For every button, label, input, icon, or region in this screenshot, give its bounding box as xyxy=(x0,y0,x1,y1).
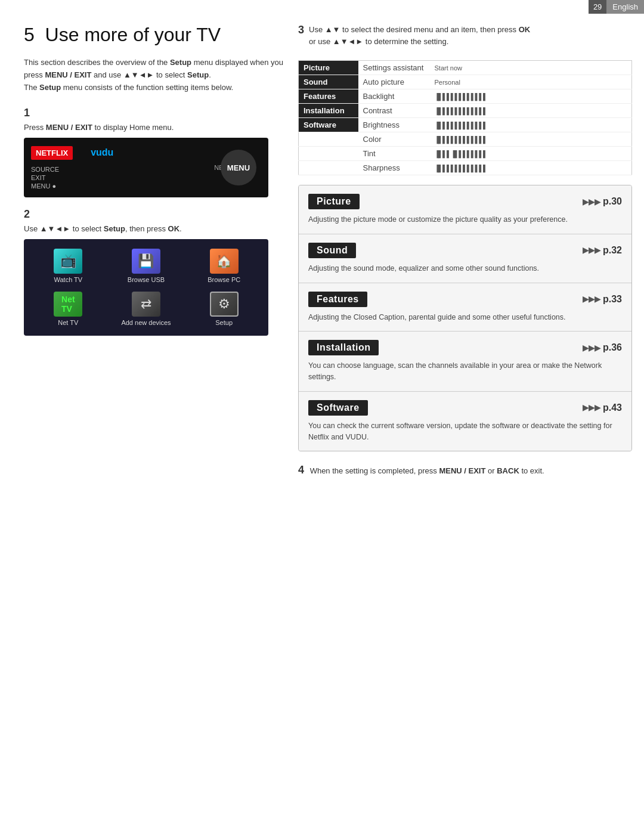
bar-brightness: ▐▌▌▌▌▌▌▌▌▌▌▌▌ xyxy=(430,118,632,132)
add-devices-label: Add new devices xyxy=(121,319,171,326)
setup-item-adddev: ⇄ Add new devices xyxy=(112,292,181,326)
cat-empty-2 xyxy=(299,147,358,161)
language-label: English xyxy=(606,0,644,14)
card-badge-installation: Installation xyxy=(308,340,379,355)
table-row: Sound Auto picture Personal xyxy=(299,75,632,89)
card-desc-features: Adjusting the Closed Caption, parental g… xyxy=(308,312,622,323)
intro-paragraph: This section describes the overview of t… xyxy=(24,57,286,94)
step-2-text: Use ▲▼◄► to select Setup, then press OK. xyxy=(24,224,286,233)
card-desc-software: You can check the current software versi… xyxy=(308,420,622,443)
cat-empty-3 xyxy=(299,161,358,175)
step-4-number: 4 xyxy=(298,464,304,476)
card-desc-installation: You can choose language, scan the channe… xyxy=(308,360,622,383)
add-devices-icon: ⇄ xyxy=(132,292,160,317)
info-card-sound: Sound ▶▶▶ p.32 Adjusting the sound mode,… xyxy=(299,234,631,283)
card-header-features: Features ▶▶▶ p.33 xyxy=(308,292,622,307)
vudu-logo: vudu xyxy=(91,147,113,158)
page-num-features: p.33 xyxy=(603,294,622,305)
source-label: SOURCE xyxy=(31,166,59,173)
page-num-installation: p.36 xyxy=(603,342,622,353)
table-row: Features Backlight ▐▌▌▌▌▌▌▌▌▌▌▌▌ xyxy=(299,89,632,104)
info-card-features: Features ▶▶▶ p.33 Adjusting the Closed C… xyxy=(299,283,631,332)
card-page-sound: ▶▶▶ p.32 xyxy=(583,245,622,256)
card-header-picture: Picture ▶▶▶ p.30 xyxy=(308,194,622,209)
watch-tv-label: Watch TV xyxy=(54,276,82,283)
value-start-now: Start now xyxy=(430,61,632,75)
card-badge-sound: Sound xyxy=(308,243,356,258)
table-row: Software Brightness ▐▌▌▌▌▌▌▌▌▌▌▌▌ xyxy=(299,118,632,132)
cat-empty-1 xyxy=(299,132,358,147)
netflix-logo: NETFLIX xyxy=(31,146,73,160)
bar-contrast: ▐▌▌▌▌▌▌▌▌▌▌▌▌ xyxy=(430,104,632,118)
card-header-installation: Installation ▶▶▶ p.36 xyxy=(308,340,622,355)
step-4: 4 When the setting is completed, press M… xyxy=(298,462,632,478)
cat-picture: Picture xyxy=(299,61,358,75)
page-icon-features: ▶▶▶ xyxy=(583,295,600,304)
browse-pc-icon: 🏠 xyxy=(210,249,239,274)
watch-tv-icon: 📺 xyxy=(54,249,82,274)
step-1-number: 1 xyxy=(24,107,286,119)
item-sharpness: Sharpness xyxy=(358,161,430,175)
home-menu-image: NETFLIX vudu SOURCE EXIT MENU ● NET TV M… xyxy=(24,138,268,197)
net-tv-label-grid: Net TV xyxy=(58,319,78,326)
info-card-installation: Installation ▶▶▶ p.36 You can choose lan… xyxy=(299,332,631,392)
card-badge-picture: Picture xyxy=(308,194,360,209)
setup-label: Setup xyxy=(215,319,233,326)
browse-usb-label: Browse USB xyxy=(128,276,165,283)
card-page-features: ▶▶▶ p.33 xyxy=(583,294,622,305)
card-badge-software: Software xyxy=(308,400,368,416)
bar-backlight: ▐▌▌▌▌▌▌▌▌▌▌▌▌ xyxy=(430,89,632,104)
table-row: Picture Settings assistant Start now xyxy=(299,61,632,75)
cat-installation: Installation xyxy=(299,104,358,118)
chapter-title: 5 Use more of your TV xyxy=(24,24,286,46)
page-num-software: p.43 xyxy=(603,402,622,413)
page-icon-software: ▶▶▶ xyxy=(583,403,600,412)
card-header-sound: Sound ▶▶▶ p.32 xyxy=(308,243,622,258)
table-row: Color ▐▌▌▌▌▌▌▌▌▌▌▌▌ xyxy=(299,132,632,147)
menu-settings-table: Picture Settings assistant Start now Sou… xyxy=(298,60,632,175)
right-column: 3 Use ▲▼ to select the desired menu and … xyxy=(298,24,632,478)
value-personal: Personal xyxy=(430,75,632,89)
page-num-picture: p.30 xyxy=(603,196,622,207)
step-3-text: Use ▲▼ to select the desired menu and an… xyxy=(309,24,530,47)
cat-sound: Sound xyxy=(299,75,358,89)
card-badge-features: Features xyxy=(308,292,367,307)
item-tint: Tint xyxy=(358,147,430,161)
step-1: 1 Press MENU / EXIT to display Home menu… xyxy=(24,107,286,197)
setup-item-nettv: NetTV Net TV xyxy=(33,292,103,326)
setup-icon: ⚙ xyxy=(210,292,239,317)
page-icon-installation: ▶▶▶ xyxy=(583,343,600,352)
table-row: Sharpness ▐▌▌▌▌▌▌▌▌▌▌▌▌ xyxy=(299,161,632,175)
browse-pc-label: Browse PC xyxy=(208,276,240,283)
page-icon-picture: ▶▶▶ xyxy=(583,197,600,206)
left-column: 5 Use more of your TV This section descr… xyxy=(24,24,286,346)
table-row: Installation Contrast ▐▌▌▌▌▌▌▌▌▌▌▌▌ xyxy=(299,104,632,118)
bar-sharpness: ▐▌▌▌▌▌▌▌▌▌▌▌▌ xyxy=(430,161,632,175)
info-card-software: Software ▶▶▶ p.43 You can check the curr… xyxy=(299,392,631,451)
table-row: Tint ▐▌▌▌▐▌▌▌▌▌▌▌▌ xyxy=(299,147,632,161)
item-backlight: Backlight xyxy=(358,89,430,104)
card-desc-sound: Adjusting the sound mode, equalizer and … xyxy=(308,263,622,274)
setup-item-setup: ⚙ Setup xyxy=(189,292,259,326)
item-color: Color xyxy=(358,132,430,147)
bar-color: ▐▌▌▌▌▌▌▌▌▌▌▌▌ xyxy=(430,132,632,147)
item-settings-assistant: Settings assistant xyxy=(358,61,430,75)
card-page-picture: ▶▶▶ p.30 xyxy=(583,196,622,207)
top-bar: 29 English xyxy=(589,0,644,14)
bar-tint: ▐▌▌▌▐▌▌▌▌▌▌▌▌ xyxy=(430,147,632,161)
card-desc-picture: Adjusting the picture mode or customize … xyxy=(308,214,622,225)
page-icon-sound: ▶▶▶ xyxy=(583,246,600,255)
setup-item-browsepc: 🏠 Browse PC xyxy=(189,249,259,283)
item-auto-picture: Auto picture xyxy=(358,75,430,89)
page-number: 29 xyxy=(589,0,606,14)
browse-usb-icon: 💾 xyxy=(132,249,160,274)
setup-item-watchtv: 📺 Watch TV xyxy=(33,249,103,283)
cat-features: Features xyxy=(299,89,358,104)
exit-label: EXIT xyxy=(31,174,59,181)
info-card-picture: Picture ▶▶▶ p.30 Adjusting the picture m… xyxy=(299,185,631,234)
cat-software: Software xyxy=(299,118,358,132)
card-header-software: Software ▶▶▶ p.43 xyxy=(308,400,622,416)
menu-circle: MENU xyxy=(221,150,256,185)
info-cards-container: Picture ▶▶▶ p.30 Adjusting the picture m… xyxy=(298,185,632,451)
setup-item-browseusb: 💾 Browse USB xyxy=(112,249,181,283)
